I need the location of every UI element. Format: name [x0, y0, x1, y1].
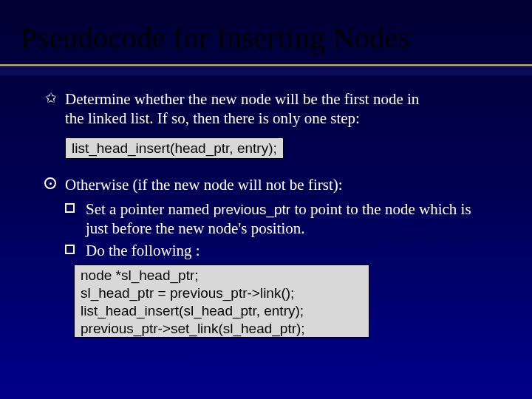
divider-navy — [0, 66, 532, 76]
bullet-text: Determine whether the new node will be t… — [65, 90, 419, 108]
code-box: list_head_insert(head_ptr, entry); — [65, 137, 284, 160]
slide-title: Pseudocode for Inserting Nodes — [0, 0, 532, 63]
bullet-level1: Otherwise (if the new node will not be f… — [44, 175, 497, 194]
bullet-text: Do the following : — [86, 242, 200, 259]
bullet-text: Set a pointer named previous_ptr to poin… — [86, 200, 471, 237]
bullet-level2: Do the following : — [65, 241, 497, 260]
square-icon — [65, 203, 75, 213]
star-icon: ✩ — [44, 92, 58, 105]
code-box: node *sl_head_ptr; sl_head_ptr = previou… — [74, 265, 369, 338]
slide-body: ✩ Determine whether the new node will be… — [0, 76, 532, 338]
square-icon — [65, 245, 75, 254]
bullet-level1: ✩ Determine whether the new node will be… — [44, 89, 497, 129]
inline-code: previous_ptr — [214, 202, 291, 217]
bullet-level2: Set a pointer named previous_ptr to poin… — [65, 200, 497, 239]
bullet-text: the linked list. If so, then there is on… — [65, 109, 360, 127]
circle-dot-icon — [44, 177, 56, 189]
title-divider — [0, 64, 532, 76]
slide: Pseudocode for Inserting Nodes ✩ Determi… — [0, 0, 532, 399]
bullet-text: Otherwise (if the new node will not be f… — [65, 176, 343, 194]
text-run: Set a pointer named — [86, 200, 214, 218]
